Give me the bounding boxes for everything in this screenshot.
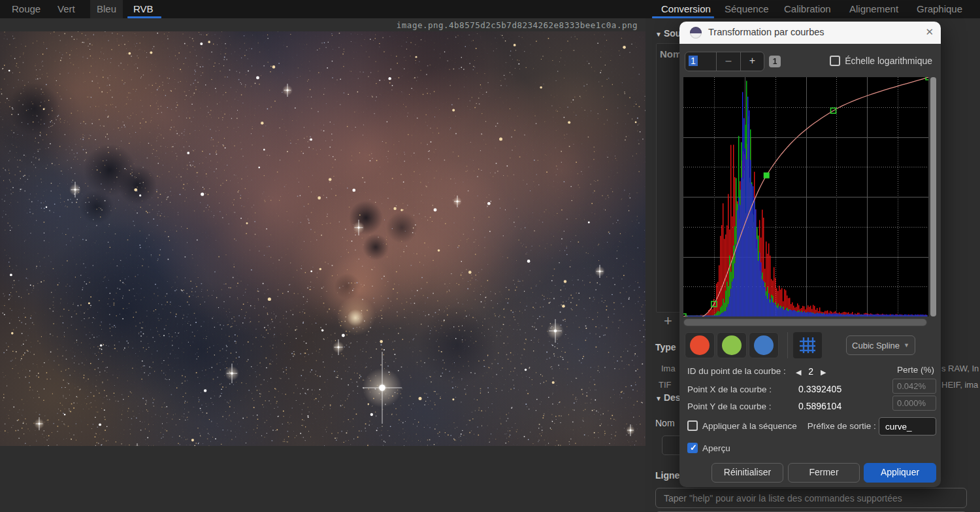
nebula-image[interactable] [0,31,645,446]
formats-text-fragment: TIF [659,380,672,390]
point-y-label: Point Y de la courbe : [687,401,772,411]
point-id-spinner[interactable]: 1 – + [685,52,764,71]
command-input[interactable] [655,488,967,508]
grid-toggle-button[interactable] [793,332,822,358]
green-channel-button[interactable] [717,332,747,358]
point-y-value: 0.5896104 [798,401,841,411]
horizontal-scrollbar[interactable] [683,318,927,326]
tab-alignement[interactable]: Alignement [849,3,898,14]
prefix-label: Préfixe de sortie : [808,421,876,431]
formats-text-fragment: Ima [661,364,676,373]
green-dot-icon [722,335,742,355]
apply-sequence-label: Appliquer à la séquence [702,421,797,431]
siril-window: Rouge Vert Bleu RVB Conversion Séquence … [0,0,980,512]
divider [787,332,788,358]
loss-label: Perte (%) [897,365,934,375]
loss-field-2: 0.000% [892,396,936,411]
point-id-value: 2 [804,366,818,377]
tab-rvb[interactable]: RVB [133,3,154,14]
prev-point-icon[interactable]: ◀ [796,368,801,376]
point-x-value: 0.3392405 [798,384,841,394]
tab-bleu[interactable]: Bleu [97,3,116,14]
prefix-input[interactable] [879,417,936,435]
spinner-plus-button[interactable]: + [740,52,764,71]
preview-row: Aperçu [687,443,730,453]
grid-icon [799,337,816,354]
chevron-down-icon: ▼ [904,342,909,349]
expander-icon: ▼ [655,395,662,402]
type-label: Type [655,342,676,352]
point-id-label: ID du point de la courbe : [687,366,786,376]
curve-type-dropdown[interactable]: Cubic Spline▼ [846,335,915,355]
red-channel-button[interactable] [685,332,715,358]
formats-text-fragment: HEIF, ima [941,380,978,390]
apply-button[interactable]: Appliquer [864,463,936,483]
reset-button[interactable]: Réinitialiser [711,463,783,483]
layer-badge: 1 [769,56,781,67]
red-dot-icon [690,335,710,355]
close-icon[interactable]: ✕ [925,26,934,38]
tab-calibration[interactable]: Calibration [784,3,831,14]
log-scale-label: Échelle logarithmique [845,56,932,66]
tab-sequence[interactable]: Séquence [725,3,769,14]
apply-sequence-checkbox[interactable] [687,420,698,431]
spinner-minus-button[interactable]: – [716,52,740,71]
add-files-button[interactable]: + [664,313,672,330]
siril-app-icon [690,27,702,39]
close-button[interactable]: Fermer [788,463,860,483]
preview-label: Aperçu [702,443,730,453]
preview-checkbox[interactable] [687,443,698,453]
curves-dialog: Transformation par courbes ✕ 1 – + 1 Éch… [679,22,941,487]
destination-name-label: Nom [655,418,675,428]
histogram-plot[interactable] [683,77,928,316]
expander-icon: ▼ [655,31,662,38]
sources-column-nom: Nom [660,48,681,60]
histogram-canvas[interactable] [683,77,928,316]
spinner-value[interactable]: 1 [685,52,716,71]
tab-vert[interactable]: Vert [57,3,75,14]
dialog-title: Transformation par courbes [708,27,825,37]
top-tab-bar: Rouge Vert Bleu RVB Conversion Séquence … [0,0,980,18]
image-area-filler [0,446,645,512]
next-point-icon[interactable]: ▶ [821,368,826,376]
apply-sequence-row: Appliquer à la séquence Préfixe de sorti… [687,420,876,431]
blue-channel-button[interactable] [749,332,779,358]
tab-graphique[interactable]: Graphique [917,3,962,14]
formats-text-fragment: s RAW, In [941,364,979,373]
loss-field-1: 0.042% [892,379,936,394]
image-title-strip: image.png.4b8575d2c5b7d8234262e8333bee1c… [0,18,645,31]
scrollbar-thumb[interactable] [684,319,926,326]
log-scale-row: Échelle logarithmique [830,56,932,66]
tab-conversion[interactable]: Conversion [661,3,711,14]
image-filename: image.png.4b8575d2c5b7d8234262e8333bee1c… [397,20,638,30]
channel-buttons [685,332,822,358]
point-x-label: Point X de la courbe : [687,384,772,394]
log-scale-checkbox[interactable] [830,56,840,66]
dialog-titlebar[interactable]: Transformation par courbes ✕ [679,22,941,44]
tab-rouge[interactable]: Rouge [12,3,41,14]
blue-dot-icon [754,335,774,355]
vertical-scrollbar[interactable] [930,77,936,316]
